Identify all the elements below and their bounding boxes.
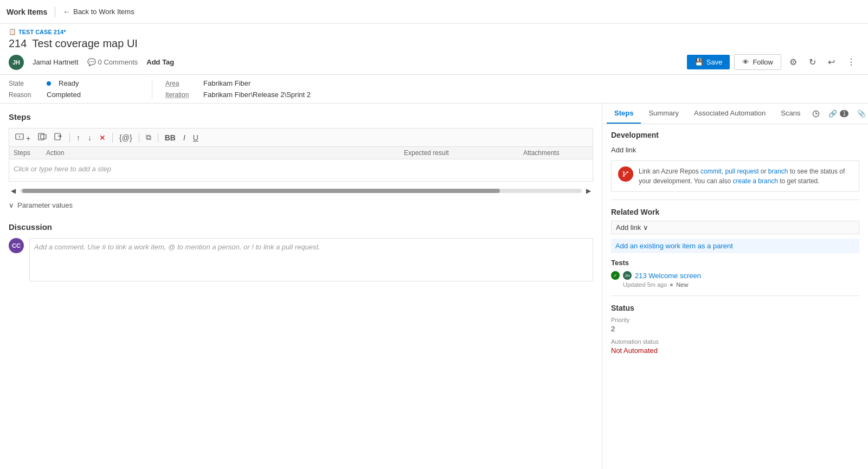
svg-point-11 [627, 171, 628, 173]
dot-separator [670, 284, 673, 286]
automation-status-value[interactable]: Not Automated [611, 346, 859, 355]
branch-link[interactable]: branch [768, 168, 788, 175]
back-arrow-icon: ← [63, 8, 70, 16]
col-steps: Steps [14, 149, 46, 157]
test-item-meta: Updated 5m ago New [611, 281, 859, 288]
area-value[interactable]: Fabrikam Fiber [203, 79, 250, 87]
git-icon [618, 166, 633, 182]
discussion-title: Discussion [9, 222, 593, 232]
tab-steps[interactable]: Steps [607, 104, 641, 124]
header-actions: 💾 Save 👁 Follow ⚙ ↻ ↩ ⋮ [687, 54, 859, 70]
copy-button[interactable]: ⧉ [143, 131, 154, 144]
add-shared-step-button[interactable] [35, 131, 49, 144]
author-name: Jamal Hartnett [33, 58, 79, 66]
horizontal-scroll-area: ◀ ▶ [9, 186, 593, 196]
add-tag-button[interactable]: Add Tag [146, 58, 174, 66]
add-link-button[interactable]: Add link [611, 144, 859, 156]
back-to-work-items-link[interactable]: ← Back to Work Items [63, 8, 134, 16]
insert-shared-step-button[interactable] [52, 131, 66, 144]
scrollbar-track[interactable] [20, 189, 582, 193]
work-item-title[interactable]: Test coverage map UI [32, 37, 138, 50]
refresh-button[interactable]: ↻ [805, 54, 820, 70]
scroll-right-arrow[interactable]: ▶ [584, 186, 593, 196]
reason-value[interactable]: Completed [47, 91, 81, 99]
create-branch-link[interactable]: create a branch [732, 177, 777, 185]
steps-table: Steps Action Expected result Attachments… [9, 146, 593, 182]
priority-value[interactable]: 2 [611, 325, 859, 333]
development-title: Development [611, 131, 859, 139]
test-case-icon: 📋 [9, 28, 16, 35]
field-group-right: Area Fabrikam Fiber Iteration Fabrikam F… [165, 79, 311, 99]
comment-icon: 💬 [87, 58, 96, 66]
iteration-field: Iteration Fabrikam Fiber\Release 2\Sprin… [165, 91, 311, 99]
author-avatar: JH [9, 55, 24, 70]
links-button[interactable]: 🔗 1 [824, 105, 853, 122]
status-section: Priority 2 Automation status Not Automat… [611, 317, 859, 355]
state-dot [47, 81, 51, 86]
automation-status-label: Automation status [611, 338, 859, 345]
add-step-row[interactable]: Click or type here to add a step [9, 159, 593, 179]
chevron-down-icon: ∨ [643, 223, 648, 232]
toolbar-divider-3 [139, 133, 139, 143]
divider-2 [611, 295, 859, 296]
toolbar-divider-1 [69, 133, 70, 143]
test-item-link[interactable]: 213 Welcome screen [635, 272, 701, 280]
iteration-label[interactable]: Iteration [165, 91, 198, 99]
comment-input[interactable]: Add a comment. Use # to link a work item… [29, 238, 593, 281]
area-field: Area Fabrikam Fiber [165, 79, 311, 87]
test-item-row: ✓ JH 213 Welcome screen [611, 271, 859, 280]
parameter-values-row[interactable]: ∨ Parameter values [9, 201, 593, 209]
more-options-button[interactable]: ⋮ [843, 54, 859, 70]
italic-button[interactable]: I [181, 132, 188, 144]
related-work-title: Related Work [611, 208, 859, 216]
tab-summary[interactable]: Summary [641, 104, 686, 124]
bold-button[interactable]: BB [162, 132, 178, 144]
undo-button[interactable]: ↩ [824, 54, 839, 70]
priority-field: Priority 2 [611, 317, 859, 333]
follow-button[interactable]: 👁 Follow [734, 54, 781, 70]
scrollbar-thumb [22, 189, 500, 193]
tab-associated-automation[interactable]: Associated Automation [686, 104, 773, 124]
add-parent-link[interactable]: Add an existing work item as a parent [611, 239, 859, 253]
delete-step-button[interactable]: ✕ [97, 132, 108, 144]
follow-icon: 👁 [742, 58, 749, 66]
steps-toolbar: + ↑ ↓ ✕ {@} ⧉ BB I U [9, 128, 593, 146]
toolbar-divider-4 [158, 133, 158, 143]
test-avatar: JH [623, 271, 632, 280]
left-panel: Steps + ↑ ↓ ✕ {@} ⧉ [0, 104, 602, 469]
svg-rect-4 [41, 134, 46, 139]
commit-link[interactable]: commit, [700, 168, 723, 175]
test-check-icon: ✓ [611, 271, 620, 280]
priority-label: Priority [611, 317, 859, 323]
pull-request-link[interactable]: pull request [725, 168, 758, 175]
settings-button[interactable]: ⚙ [786, 54, 801, 70]
add-link-dropdown[interactable]: Add link ∨ [611, 221, 859, 234]
comment-input-row: CC Add a comment. Use # to link a work i… [9, 238, 593, 281]
tabs-bar: Steps Summary Associated Automation Scan… [602, 104, 868, 124]
field-group-left: State Ready Reason Completed [9, 79, 139, 99]
fields-row: State Ready Reason Completed Area Fabrik… [0, 75, 868, 104]
col-attachments: Attachments [523, 149, 588, 157]
param-button[interactable]: {@} [117, 132, 135, 144]
work-item-id: 214 [9, 37, 27, 50]
reason-label: Reason [9, 91, 41, 99]
save-button[interactable]: 💾 Save [687, 55, 730, 69]
add-step-button[interactable]: + [12, 131, 33, 144]
tab-scans[interactable]: Scans [773, 104, 808, 124]
steps-table-body: Click or type here to add a step [9, 159, 593, 181]
toolbar-divider-2 [112, 133, 113, 143]
scroll-left-arrow[interactable]: ◀ [9, 186, 18, 196]
state-value[interactable]: Ready [59, 79, 79, 87]
steps-table-header: Steps Action Expected result Attachments [9, 147, 593, 159]
divider-1 [611, 200, 859, 200]
area-label[interactable]: Area [165, 80, 198, 87]
iteration-value[interactable]: Fabrikam Fiber\Release 2\Sprint 2 [203, 91, 311, 99]
attachments-button[interactable]: 📎 0 [853, 105, 868, 122]
test-case-label: 📋 TEST CASE 214* [9, 28, 859, 35]
move-up-button[interactable]: ↑ [74, 132, 83, 144]
comments-link[interactable]: 💬 0 Comments [87, 58, 138, 66]
underline-button[interactable]: U [190, 132, 201, 144]
right-panel-content: Development Add link Link an Azure Repos… [602, 124, 868, 469]
move-down-button[interactable]: ↓ [85, 132, 94, 144]
history-button[interactable] [808, 106, 824, 122]
